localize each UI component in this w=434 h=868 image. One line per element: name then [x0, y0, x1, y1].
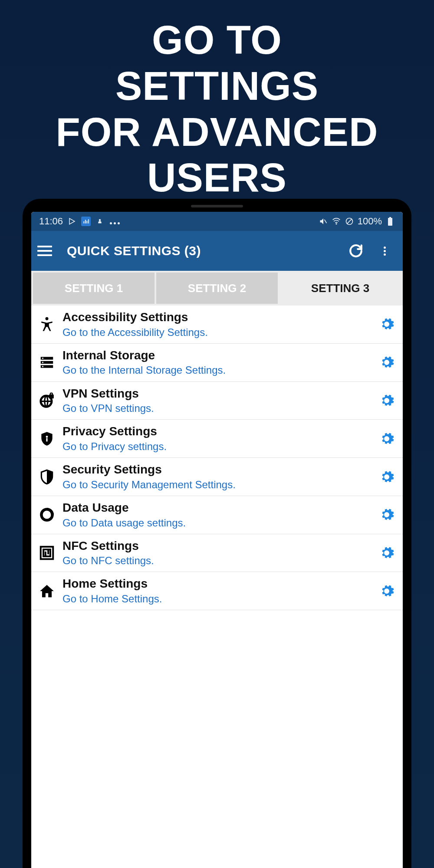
phone-screen: 11:06 — [31, 212, 403, 868]
item-subtitle: Go to VPN settings. — [62, 401, 378, 415]
svg-point-7 — [46, 317, 49, 320]
item-subtitle: Go to Security Management Settings. — [62, 478, 378, 491]
tab-setting-2[interactable]: SETTING 2 — [156, 273, 278, 304]
gear-button[interactable] — [378, 544, 396, 562]
battery-icon — [385, 217, 395, 226]
svg-rect-21 — [43, 549, 50, 556]
promo-line-3: FOR ADVANCED USERS — [0, 109, 434, 201]
item-title: Internal Storage — [62, 348, 378, 363]
refresh-button[interactable] — [347, 242, 365, 260]
list-item-privacy[interactable]: Privacy Settings Go to Privacy settings. — [31, 420, 403, 458]
privacy-icon — [37, 429, 56, 448]
mute-icon — [319, 217, 328, 226]
security-icon — [37, 467, 56, 487]
gear-button[interactable] — [378, 430, 396, 448]
svg-rect-5 — [389, 217, 391, 218]
status-bar: 11:06 — [31, 212, 403, 231]
list-item-storage[interactable]: Internal Storage Go to the Internal Stor… — [31, 344, 403, 382]
home-icon — [37, 582, 56, 601]
phone-speaker — [191, 205, 243, 207]
item-subtitle: Go to NFC settings. — [62, 554, 378, 567]
svg-line-4 — [347, 219, 352, 224]
app-title: QUICK SETTINGS (3) — [67, 243, 201, 258]
promo-line-1: GO TO — [0, 17, 434, 63]
wifi-icon — [332, 217, 341, 226]
gear-button[interactable] — [378, 468, 396, 486]
list-item-nfc[interactable]: NFC Settings Go to NFC settings. — [31, 534, 403, 572]
svg-rect-20 — [41, 547, 53, 559]
phone-frame: 11:06 — [23, 199, 411, 868]
item-subtitle: Go to Privacy settings. — [62, 440, 378, 453]
storage-icon — [37, 353, 56, 372]
gear-button[interactable] — [378, 582, 396, 600]
svg-line-1 — [324, 220, 326, 223]
svg-rect-16 — [50, 393, 53, 395]
battery-percent: 100% — [358, 216, 382, 227]
item-subtitle: Go to the Accessibility Settings. — [62, 326, 378, 339]
app-bar: QUICK SETTINGS (3) — [31, 231, 403, 271]
list-item-home[interactable]: Home Settings Go to Home Settings. — [31, 572, 403, 610]
list-item-accessibility[interactable]: Accessibility Settings Go to the Accessi… — [31, 306, 403, 344]
vpn-icon — [37, 391, 56, 410]
no-signal-icon — [345, 217, 354, 226]
nfc-icon — [37, 543, 56, 562]
gear-button[interactable] — [378, 506, 396, 524]
svg-point-13 — [42, 366, 43, 367]
status-time: 11:06 — [39, 216, 63, 227]
overflow-menu-button[interactable] — [376, 242, 393, 260]
svg-point-12 — [42, 362, 43, 363]
gear-button[interactable] — [378, 353, 396, 372]
item-title: Privacy Settings — [62, 424, 378, 439]
accessibility-icon — [37, 315, 56, 334]
item-title: VPN Settings — [62, 386, 378, 401]
tab-setting-1[interactable]: SETTING 1 — [33, 273, 155, 304]
tab-bar: SETTING 1 SETTING 2 SETTING 3 — [31, 271, 403, 306]
list-item-vpn[interactable]: VPN Settings Go to VPN settings. — [31, 382, 403, 420]
gear-button[interactable] — [378, 391, 396, 410]
item-title: Home Settings — [62, 576, 378, 591]
notification-icon — [95, 217, 105, 226]
item-title: Accessibility Settings — [62, 310, 378, 325]
more-notifications-icon — [109, 216, 121, 227]
svg-rect-6 — [388, 218, 392, 226]
play-store-icon — [67, 217, 77, 226]
item-subtitle: Go to Data usage settings. — [62, 516, 378, 529]
list-item-security[interactable]: Security Settings Go to Security Managem… — [31, 458, 403, 496]
item-subtitle: Go to Home Settings. — [62, 592, 378, 605]
svg-point-0 — [99, 219, 101, 221]
gear-button[interactable] — [378, 315, 396, 333]
promo-header: GO TO SETTINGS FOR ADVANCED USERS — [0, 0, 434, 201]
settings-list: Accessibility Settings Go to the Accessi… — [31, 306, 403, 610]
promo-line-2: SETTINGS — [0, 63, 434, 109]
svg-point-17 — [46, 436, 48, 438]
item-title: Data Usage — [62, 500, 378, 515]
item-title: NFC Settings — [62, 539, 378, 553]
tab-setting-3[interactable]: SETTING 3 — [279, 273, 401, 304]
item-title: Security Settings — [62, 462, 378, 477]
chart-icon — [81, 217, 91, 226]
menu-button[interactable] — [37, 242, 55, 260]
data-usage-icon — [37, 505, 56, 524]
item-subtitle: Go to the Internal Storage Settings. — [62, 363, 378, 377]
svg-point-2 — [336, 224, 337, 224]
list-item-data-usage[interactable]: Data Usage Go to Data usage settings. — [31, 496, 403, 534]
svg-rect-18 — [46, 438, 47, 441]
svg-point-11 — [42, 358, 43, 359]
